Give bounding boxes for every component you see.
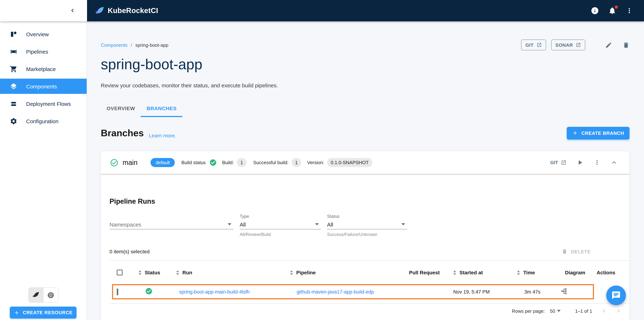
previous-page-button[interactable] — [601, 308, 608, 314]
dropdown-caret-icon — [315, 223, 319, 225]
status-filter: Status All Success/Failure/Unknown — [327, 214, 407, 237]
successful-build-label: Successful build: — [253, 160, 288, 165]
sidebar-item-deployment-flows[interactable]: Deployment Flows — [0, 96, 87, 111]
sidebar-item-label: Marketplace — [26, 66, 56, 72]
namespaces-select[interactable]: Namespaces — [110, 221, 234, 229]
delete-selected-button[interactable]: DELETE — [562, 249, 591, 254]
krci-view-toggle-button[interactable] — [28, 288, 43, 302]
type-filter: Type All All/Review/Build — [240, 214, 321, 237]
column-header-status[interactable]: Status — [138, 270, 176, 276]
type-filter-label: Type — [240, 214, 321, 219]
column-header-diagram: Diagram — [560, 270, 590, 276]
more-menu-button[interactable] — [626, 7, 633, 14]
create-branch-label: CREATE BRANCH — [582, 130, 624, 136]
table-pagination: Rows per page: 50 1–1 of 1 — [110, 305, 622, 317]
trash-icon — [562, 249, 568, 254]
tab-branches-label: BRANCHES — [147, 105, 176, 111]
kuberocketci-logo-icon — [95, 6, 104, 15]
version-badge: 0.1.0-SNAPSHOT — [327, 158, 372, 167]
learn-more-link[interactable]: Learn more. — [149, 133, 176, 140]
kubernetes-view-toggle-button[interactable] — [43, 288, 58, 302]
default-branch-badge: default — [150, 158, 175, 167]
pipeline-run-row[interactable]: spring-boot-app-main-build-4lsfh github-… — [110, 284, 622, 299]
collapse-sidebar-button[interactable] — [69, 7, 76, 14]
chevron-left-icon — [69, 7, 76, 14]
type-filter-helper: All/Review/Build — [240, 232, 321, 237]
sidebar-item-overview[interactable]: Overview — [0, 26, 87, 42]
build-status-success-icon — [210, 159, 217, 166]
type-filter-value: All — [240, 221, 246, 227]
dropdown-caret-icon — [228, 223, 231, 225]
branch-more-menu-button[interactable] — [594, 159, 600, 166]
status-select[interactable]: All — [327, 221, 407, 229]
sidebar-item-label: Components — [26, 83, 57, 89]
pipelines-icon — [10, 48, 18, 55]
info-button[interactable] — [591, 6, 599, 15]
branch-status-ok-icon — [110, 158, 118, 167]
select-all-checkbox[interactable] — [117, 270, 122, 276]
column-header-pipeline[interactable]: Pipeline — [290, 270, 406, 276]
brand: KubeRocketCI — [95, 6, 158, 15]
run-link[interactable]: spring-boot-app-main-build-4lsfh — [179, 289, 250, 295]
chevron-left-icon — [601, 308, 608, 314]
chevron-right-icon — [615, 308, 622, 314]
rows-per-page-label: Rows per page: — [512, 308, 545, 314]
rows-per-page-select[interactable]: 50 — [550, 308, 563, 314]
sidebar-item-marketplace[interactable]: Marketplace — [0, 61, 87, 76]
breadcrumb-separator: / — [131, 42, 132, 48]
tab-branches[interactable]: BRANCHES — [141, 100, 182, 117]
chat-fab-button[interactable] — [606, 286, 626, 305]
status-filter-value: All — [327, 221, 333, 227]
sidebar-item-label: Overview — [26, 31, 49, 37]
breadcrumb-components-link[interactable]: Components — [101, 42, 128, 48]
sidebar-item-pipelines[interactable]: Pipelines — [0, 44, 87, 59]
sidebar-item-components[interactable]: Components — [0, 79, 87, 94]
column-header-run[interactable]: Run — [176, 270, 290, 276]
create-branch-button[interactable]: CREATE BRANCH — [567, 127, 630, 139]
trigger-build-button[interactable] — [576, 159, 584, 166]
build-status-label: Build status — [181, 160, 206, 165]
sort-icon — [176, 270, 179, 275]
sidebar-header — [0, 0, 87, 21]
brand-name: KubeRocketCI — [108, 6, 158, 15]
create-resource-button[interactable]: CREATE RESOURCE — [10, 307, 76, 319]
quill-icon — [32, 291, 39, 299]
sidebar-item-configuration[interactable]: Configuration — [0, 113, 87, 129]
successful-build-count-badge: 1 — [292, 158, 301, 167]
build-count-badge: 1 — [237, 158, 246, 167]
branch-accordion-header[interactable]: main default Build status Build: 1 Succe… — [101, 151, 630, 175]
delete-component-button[interactable] — [622, 41, 630, 48]
overview-icon — [10, 30, 18, 38]
pipeline-runs-filters: Namespaces Type All All/Review/Build — [110, 214, 622, 237]
branch-card: main default Build status Build: 1 Succe… — [101, 151, 630, 320]
namespaces-placeholder: Namespaces — [110, 221, 141, 227]
diagram-button[interactable] — [560, 288, 568, 295]
breadcrumb-current: spring-boot-app — [136, 42, 168, 48]
sort-icon — [517, 270, 520, 275]
next-page-button[interactable] — [615, 308, 622, 314]
dropdown-caret-icon — [557, 310, 560, 312]
sonar-button[interactable]: SONAR — [551, 39, 585, 50]
selection-count-text: 0 item(s) selected — [110, 249, 150, 254]
git-button[interactable]: GIT — [521, 39, 546, 50]
type-select[interactable]: All — [240, 221, 321, 229]
pipeline-link[interactable]: github-maven-java17-app-build-edp — [296, 289, 374, 295]
delete-label: DELETE — [571, 249, 591, 254]
tabs: OVERVIEW BRANCHES — [101, 100, 630, 117]
notifications-button[interactable] — [608, 6, 616, 15]
column-header-started-at[interactable]: Started at — [453, 270, 517, 276]
external-link-icon — [561, 160, 566, 165]
row-checkbox[interactable] — [117, 288, 118, 295]
sidebar-item-label: Configuration — [26, 118, 58, 124]
namespaces-filter: Namespaces — [110, 214, 234, 237]
diagram-tree-icon — [560, 288, 568, 295]
tab-overview[interactable]: OVERVIEW — [101, 100, 141, 117]
branch-git-button[interactable]: GIT — [550, 160, 566, 165]
page-title: spring-boot-app — [101, 55, 630, 73]
column-header-pull-request: Pull Request — [406, 270, 453, 276]
collapse-accordion-button[interactable] — [610, 159, 618, 166]
edit-component-button[interactable] — [605, 41, 612, 48]
chevron-up-icon — [610, 159, 618, 166]
column-header-time[interactable]: Time — [517, 270, 560, 276]
play-icon — [576, 159, 584, 166]
